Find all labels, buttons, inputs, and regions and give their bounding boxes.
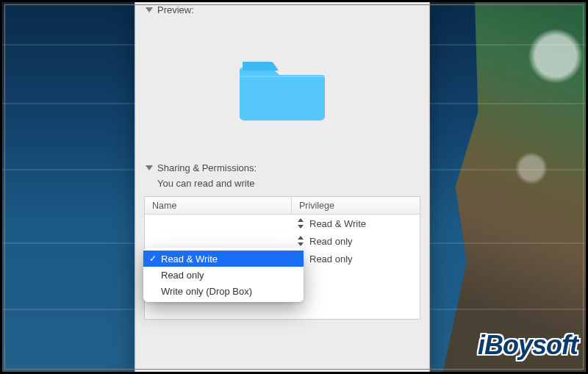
sharing-subtext: You can read and write (135, 176, 429, 196)
checkmark-icon: ✓ (149, 253, 157, 264)
cell-privilege[interactable]: Read only (292, 236, 420, 247)
privilege-value: Read only (309, 253, 353, 265)
table-row[interactable]: Read & Write (145, 215, 420, 232)
preview-section-header[interactable]: Preview: (135, 0, 429, 18)
watermark-logo: iBoysoft (478, 330, 578, 361)
get-info-window: Preview: Sharing & Permissions: You can … (135, 0, 430, 374)
preview-area (135, 18, 429, 158)
menu-item-write-only[interactable]: Write only (Drop Box) (143, 283, 304, 299)
menu-item-label: Read only (161, 270, 204, 281)
folder-icon (238, 51, 326, 125)
preview-section-title: Preview: (157, 4, 194, 15)
privilege-value: Read only (309, 236, 353, 247)
disclosure-triangle-icon[interactable] (146, 7, 153, 12)
column-header-name[interactable]: Name (145, 197, 292, 214)
menu-item-read-only[interactable]: Read only (143, 267, 304, 283)
stepper-icon[interactable] (298, 218, 305, 229)
stepper-icon[interactable] (298, 236, 305, 246)
menu-item-label: Read & Write (161, 253, 218, 265)
menu-item-read-write[interactable]: ✓ Read & Write (143, 251, 304, 267)
permissions-table-header: Name Privilege (145, 197, 420, 215)
sharing-section-title: Sharing & Permissions: (157, 162, 257, 173)
column-header-privilege[interactable]: Privilege (292, 197, 420, 214)
desktop-background: Preview: Sharing & Permissions: You can … (0, 0, 588, 374)
cell-privilege[interactable]: Read only (292, 253, 420, 265)
privilege-dropdown-menu[interactable]: ✓ Read & Write Read only Write only (Dro… (143, 248, 304, 302)
menu-item-label: Write only (Drop Box) (161, 286, 252, 297)
wallpaper-landmass (426, 0, 588, 374)
disclosure-triangle-icon[interactable] (146, 165, 153, 170)
sharing-section-header[interactable]: Sharing & Permissions: (135, 158, 429, 176)
cell-privilege[interactable]: Read & Write (292, 218, 420, 229)
privilege-value: Read & Write (309, 218, 366, 229)
